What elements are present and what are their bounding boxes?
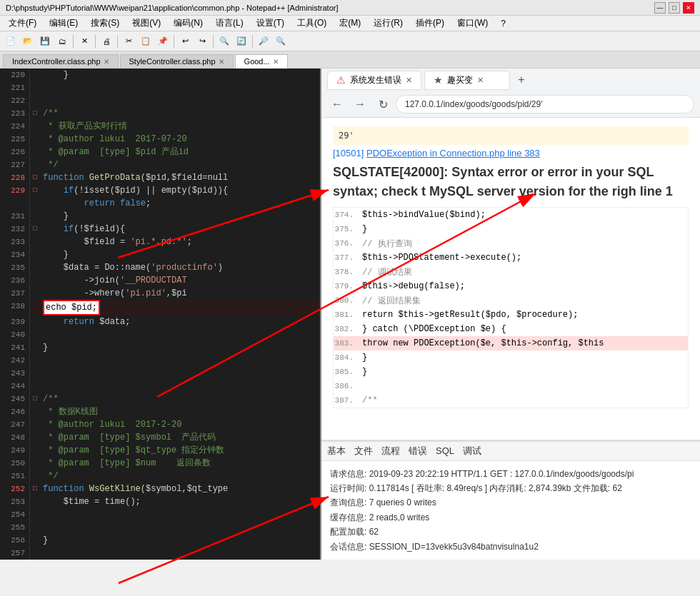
tab-good[interactable]: Good... ✕	[235, 54, 288, 69]
error-tab[interactable]: ⚠ 系统发生错误 ✕	[327, 71, 421, 90]
new-tab-button[interactable]: +	[513, 71, 530, 89]
debug-tab-flow[interactable]: 流程	[381, 442, 400, 460]
browser-panel: ⚠ 系统发生错误 ✕ ★ 趣买变 ✕ + ← → ↻ 29'	[321, 69, 700, 560]
cb-line-387: 387. /**	[334, 393, 688, 408]
new-file-button[interactable]: 📄	[3, 34, 19, 49]
fold-marker[interactable]: □	[30, 223, 40, 236]
code-line-245: 245 □ /**	[0, 393, 320, 405]
fold-marker[interactable]	[30, 69, 40, 81]
code-line-235: 235 $data = Do::name('productinfo')	[0, 261, 320, 274]
line-number: 245	[0, 393, 30, 405]
close-button-toolbar[interactable]: ✕	[76, 34, 92, 49]
error-code[interactable]: [10501]	[333, 148, 364, 158]
error-tab-close[interactable]: ✕	[406, 76, 412, 85]
debug-query: 查询信息: 7 queries 0 writes	[330, 495, 691, 510]
error-code-block: 374. $this->bindValue($bind); 375. } 376…	[333, 207, 689, 408]
debug-tab-sql[interactable]: SQL	[436, 443, 454, 459]
tab-index-controller[interactable]: IndexController.class.php ✕	[3, 54, 119, 68]
menu-search[interactable]: 搜索(S)	[85, 16, 125, 31]
browser-chrome: ⚠ 系统发生错误 ✕ ★ 趣买变 ✕ + ← → ↻	[321, 69, 700, 118]
code-content	[40, 367, 320, 380]
code-content: * 数据K线图	[40, 405, 320, 418]
line-number: 225	[0, 133, 30, 146]
debug-tab-error[interactable]: 错误	[409, 442, 427, 460]
fold-marker	[30, 328, 40, 341]
fold-marker	[30, 418, 40, 431]
undo-button[interactable]: ↩	[177, 34, 193, 49]
line-number: 253	[0, 495, 30, 508]
code-content: $field = 'pi.*,pd.*';	[40, 236, 320, 248]
menu-plugins[interactable]: 插件(P)	[410, 16, 450, 31]
line-number: 239	[0, 315, 30, 328]
tab-close-icon[interactable]: ✕	[219, 58, 224, 66]
debug-tab-basic[interactable]: 基本	[327, 442, 346, 460]
code-line-234: 234 }	[0, 248, 320, 261]
debug-tab-debug[interactable]: 调试	[463, 442, 481, 460]
minimize-button[interactable]: —	[654, 2, 666, 14]
code-content: * @param [type] $qt_type 指定分钟数	[40, 444, 320, 457]
tab-close-icon[interactable]: ✕	[273, 58, 279, 66]
print-button[interactable]: 🖨	[99, 34, 114, 49]
close-button[interactable]: ✕	[683, 2, 694, 14]
fold-marker[interactable]: □	[30, 107, 40, 120]
normal-tab-title: 趣买变	[447, 74, 473, 86]
fold-marker	[30, 405, 40, 418]
menu-file[interactable]: 文件(F)	[3, 16, 42, 31]
menu-settings[interactable]: 设置(T)	[251, 16, 290, 31]
fold-marker	[30, 210, 40, 223]
code-content: return $data;	[40, 315, 320, 328]
normal-tab-icon: ★	[434, 74, 443, 86]
window-controls[interactable]: — □ ✕	[654, 2, 694, 14]
code-editor[interactable]: 220 } 221 222 223 □ /** 224 * 获取产品实时行情 2…	[0, 69, 321, 560]
normal-tab[interactable]: ★ 趣买变 ✕	[424, 71, 510, 90]
fold-marker[interactable]: □	[30, 393, 40, 405]
code-content: }	[40, 69, 320, 81]
separator-4	[174, 35, 174, 48]
code-content: */	[40, 470, 320, 483]
paste-button[interactable]: 📌	[155, 34, 171, 49]
code-content: echo $pid;	[40, 300, 320, 315]
back-button[interactable]: ←	[327, 94, 347, 114]
cut-button[interactable]: ✂	[121, 34, 136, 49]
menu-edit[interactable]: 编辑(E)	[44, 16, 84, 31]
error-text: SQLSTATE[42000]: Syntax error or error i…	[333, 165, 673, 198]
code-content: }	[40, 248, 320, 261]
menu-window[interactable]: 窗口(W)	[451, 16, 494, 31]
code-line-249: 249 * @param [type] $qt_type 指定分钟数	[0, 444, 320, 457]
debug-tab-file[interactable]: 文件	[354, 442, 373, 460]
menu-language[interactable]: 语言(L)	[210, 16, 249, 31]
error-link-text[interactable]: PDOException in Connection.php line 383	[366, 148, 540, 158]
menu-macro[interactable]: 宏(M)	[334, 16, 366, 31]
menu-view[interactable]: 视图(V)	[126, 16, 166, 31]
error-tab-title: 系统发生错误	[350, 74, 401, 86]
menu-encoding[interactable]: 编码(N)	[168, 16, 209, 31]
replace-button[interactable]: 🔄	[234, 34, 249, 49]
tab-style-controller[interactable]: StyleController.class.php ✕	[120, 54, 234, 68]
refresh-button[interactable]: ↻	[373, 94, 393, 114]
code-content: ->where('pi.pid',$pi	[40, 287, 320, 300]
fold-marker[interactable]: □	[30, 171, 40, 184]
tab-close-icon[interactable]: ✕	[104, 58, 109, 66]
fold-marker[interactable]: □	[30, 483, 40, 495]
line-number: 233	[0, 236, 30, 248]
toolbar: 📄 📂 💾 🗂 ✕ 🖨 ✂ 📋 📌 ↩ ↪ 🔍 🔄 🔎 🔍	[0, 31, 700, 51]
fold-marker	[30, 315, 40, 328]
open-button[interactable]: 📂	[20, 34, 36, 49]
find-button[interactable]: 🔍	[216, 34, 232, 49]
maximize-button[interactable]: □	[669, 2, 680, 14]
line-number: 254	[0, 508, 30, 521]
menu-help[interactable]: ?	[495, 17, 511, 30]
save-button[interactable]: 💾	[37, 34, 53, 49]
zoom-out-button[interactable]: 🔍	[273, 34, 289, 49]
address-bar[interactable]	[396, 95, 694, 113]
save-all-button[interactable]: 🗂	[54, 34, 70, 49]
forward-button[interactable]: →	[350, 94, 370, 114]
zoom-in-button[interactable]: 🔎	[256, 34, 271, 49]
normal-tab-close[interactable]: ✕	[477, 76, 484, 85]
fold-marker	[30, 521, 40, 534]
menu-tools[interactable]: 工具(O)	[291, 16, 332, 31]
redo-button[interactable]: ↪	[194, 34, 210, 49]
copy-button[interactable]: 📋	[138, 34, 154, 49]
menu-run[interactable]: 运行(R)	[368, 16, 409, 31]
code-line-239: 239 return $data;	[0, 315, 320, 328]
